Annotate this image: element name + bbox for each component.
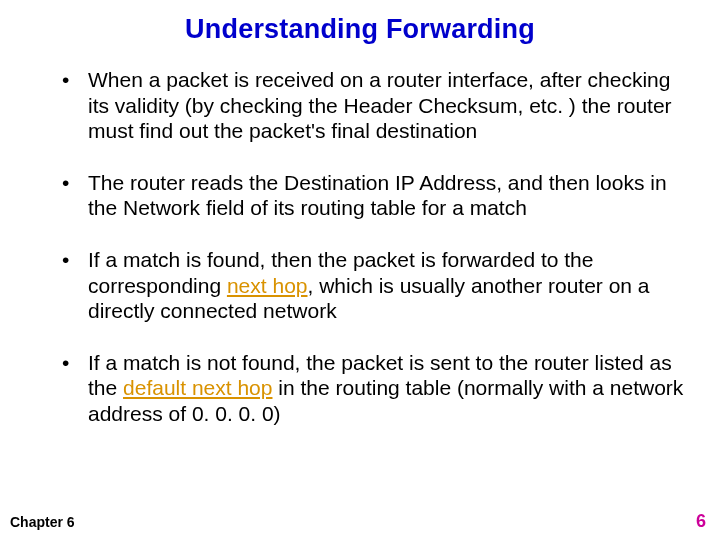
bullet-text-pre: When a packet is received on a router in… bbox=[88, 68, 672, 142]
footer-page-number: 6 bbox=[696, 511, 706, 532]
slide: Understanding Forwarding When a packet i… bbox=[0, 0, 720, 540]
highlight-default-next-hop: default next hop bbox=[123, 376, 272, 399]
footer-chapter: Chapter 6 bbox=[10, 514, 75, 530]
slide-title: Understanding Forwarding bbox=[34, 14, 686, 45]
bullet-text-pre: The router reads the Destination IP Addr… bbox=[88, 171, 667, 220]
highlight-next-hop: next hop bbox=[227, 274, 308, 297]
bullet-list: When a packet is received on a router in… bbox=[34, 67, 686, 427]
bullet-item: The router reads the Destination IP Addr… bbox=[62, 170, 686, 221]
bullet-item: When a packet is received on a router in… bbox=[62, 67, 686, 144]
bullet-item: If a match is found, then the packet is … bbox=[62, 247, 686, 324]
bullet-item: If a match is not found, the packet is s… bbox=[62, 350, 686, 427]
